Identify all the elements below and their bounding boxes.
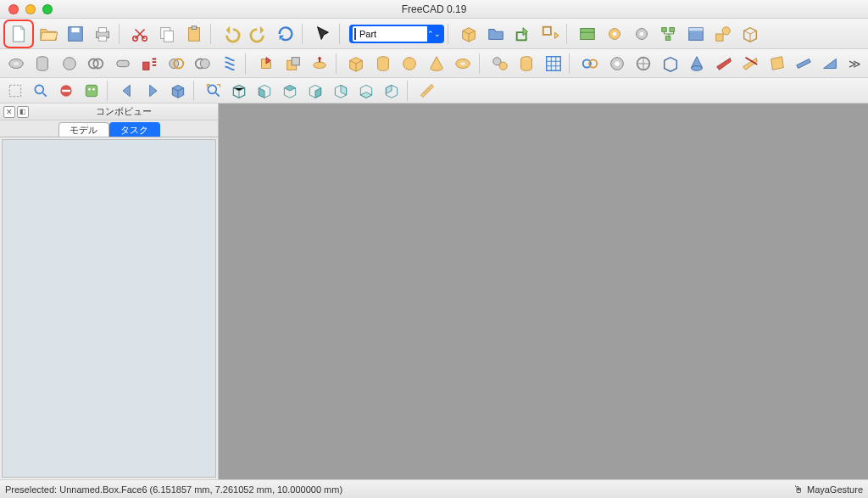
paste-button[interactable] — [181, 22, 207, 46]
wire-cube-icon — [741, 25, 760, 43]
measure-button[interactable] — [575, 22, 600, 46]
link-gold-icon — [541, 25, 559, 43]
tube-gold-icon — [517, 54, 536, 73]
cylinder-grey-button[interactable] — [30, 52, 54, 76]
window-close-button[interactable] — [8, 4, 19, 14]
rings-grey-button[interactable] — [83, 52, 108, 76]
3d-viewport[interactable] — [219, 104, 868, 479]
view-bottom-button[interactable] — [354, 81, 378, 101]
capsule-grey-button[interactable] — [110, 52, 135, 76]
sphere-grey-icon — [60, 54, 79, 73]
extrude-red-button[interactable] — [136, 52, 161, 76]
copy-button[interactable] — [154, 22, 180, 46]
wedge-blue-icon — [821, 54, 839, 73]
torus-gold-icon — [453, 54, 472, 73]
link-make-button[interactable] — [510, 22, 536, 46]
bool2-button[interactable] — [190, 52, 214, 76]
nav-cube-button[interactable] — [166, 81, 190, 101]
view-top-button[interactable] — [278, 81, 302, 101]
save-document-button[interactable] — [63, 22, 88, 46]
open-document-button[interactable] — [36, 22, 61, 46]
navigation-style[interactable]: MayaGesture — [807, 484, 863, 495]
zoom-fit-button[interactable] — [202, 81, 225, 101]
box-wire-button[interactable] — [658, 52, 682, 76]
panel-close-button[interactable]: ✕ — [3, 106, 15, 118]
rings-chain-button[interactable] — [577, 52, 602, 76]
wireframe-button[interactable] — [737, 22, 763, 46]
view-iso-button[interactable] — [227, 81, 251, 101]
primitive-cylinder-button[interactable] — [370, 52, 395, 76]
tree-button[interactable] — [656, 22, 682, 46]
nav-forward-button[interactable] — [141, 81, 164, 101]
print-button[interactable] — [90, 22, 115, 46]
union-button[interactable] — [253, 52, 278, 76]
svg-rect-38 — [292, 57, 299, 64]
refresh-button[interactable] — [273, 22, 298, 46]
svg-point-24 — [722, 26, 730, 34]
svg-rect-58 — [62, 89, 70, 92]
part-box-button[interactable] — [456, 22, 481, 46]
link-make-sub-button[interactable] — [537, 22, 563, 46]
v1-button[interactable] — [604, 52, 629, 76]
settings-grey-button[interactable] — [629, 22, 654, 46]
cube-nav-icon — [170, 82, 186, 99]
cone-rev-button[interactable] — [684, 52, 709, 76]
cone-gold-icon — [427, 54, 446, 73]
cut-button[interactable] — [127, 22, 153, 46]
primitive-cone-button[interactable] — [424, 52, 448, 76]
window-minimize-button[interactable] — [25, 4, 36, 14]
primitive-box-button[interactable] — [344, 52, 369, 76]
revolve-button[interactable] — [307, 52, 331, 76]
helix-button[interactable] — [217, 52, 242, 76]
torus-grey-button[interactable] — [3, 52, 28, 76]
iso-top-icon — [281, 82, 298, 99]
wedge-blue-button[interactable] — [818, 52, 843, 76]
group-button[interactable] — [483, 22, 509, 46]
sphere-grey-button[interactable] — [57, 52, 81, 76]
plane-red-button[interactable] — [711, 52, 736, 76]
cursor-select-button[interactable] — [310, 22, 336, 46]
v2-button[interactable] — [631, 52, 655, 76]
undo-button[interactable] — [219, 22, 244, 46]
arrow-right-icon — [144, 82, 161, 99]
grid-blue-button[interactable] — [541, 52, 565, 76]
shapes-button[interactable] — [710, 22, 736, 46]
tab-model[interactable]: モデル — [58, 122, 109, 137]
sheet-gold-button[interactable] — [765, 52, 789, 76]
bbox-button[interactable] — [3, 81, 27, 101]
view-left-button[interactable] — [380, 81, 403, 101]
measure-distance-button[interactable] — [415, 81, 439, 101]
intersect-button[interactable] — [281, 52, 305, 76]
gear-set-button[interactable] — [487, 52, 512, 76]
svg-rect-23 — [716, 34, 723, 41]
window-maximize-button[interactable] — [42, 4, 53, 14]
preferences-button[interactable] — [602, 22, 627, 46]
new-document-button[interactable] — [6, 22, 31, 46]
bool1-button[interactable] — [164, 52, 188, 76]
stop-button[interactable] — [54, 81, 78, 101]
folder-icon — [487, 25, 505, 43]
plane-gold-button[interactable] — [737, 52, 762, 76]
bar-blue-button[interactable] — [791, 52, 815, 76]
panel-button[interactable] — [683, 22, 709, 46]
zoom-button[interactable] — [29, 81, 53, 101]
svg-rect-4 — [98, 36, 106, 41]
tab-task[interactable]: タスク — [109, 122, 160, 137]
view-rear-button[interactable] — [329, 81, 353, 101]
view-right-button[interactable] — [303, 81, 327, 101]
svg-point-39 — [314, 62, 326, 68]
nav-back-button[interactable] — [115, 81, 139, 101]
tube-gold-button[interactable] — [514, 52, 538, 76]
python-console-button[interactable] — [80, 81, 103, 101]
toolbar-overflow-button[interactable]: ≫ — [844, 57, 865, 70]
workbench-selector[interactable]: Part ⌃⌄ — [349, 25, 444, 43]
status-bar: Preselected: Unnamed.Box.Face6 (6.151857… — [0, 479, 868, 498]
redo-button[interactable] — [246, 22, 271, 46]
panel-undock-button[interactable]: ◧ — [17, 106, 29, 118]
tree-green-icon — [659, 25, 678, 43]
svg-point-61 — [92, 88, 95, 91]
primitive-sphere-button[interactable] — [398, 52, 422, 76]
primitive-torus-button[interactable] — [451, 52, 476, 76]
view-front-button[interactable] — [253, 81, 276, 101]
revolve-icon — [310, 54, 329, 73]
